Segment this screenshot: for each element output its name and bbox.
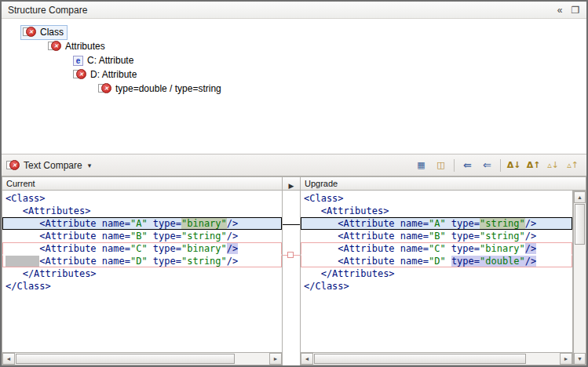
left-code[interactable]: <Class> <Attributes> <Attribute name="A"…	[2, 191, 283, 352]
conflict-icon	[23, 27, 36, 38]
code-line[interactable]: <Attribute name="D" type="string"/>	[2, 255, 282, 267]
code-segment: />	[227, 256, 238, 267]
scroll-left-arrow-icon[interactable]: ◄	[2, 353, 15, 365]
code-segment: type=	[148, 231, 181, 242]
tree-item-content[interactable]: C: Attribute	[71, 53, 137, 68]
vscroll-track[interactable]	[574, 203, 586, 353]
left-hscroll-track[interactable]	[15, 353, 269, 365]
code-line[interactable]: <Attribute name="C" type="binary"/>	[301, 242, 572, 255]
conflict-icon	[98, 83, 111, 94]
code-segment: "A"	[130, 218, 148, 229]
scroll-right-arrow-icon[interactable]: ►	[269, 353, 282, 365]
code-line[interactable]: <Attribute name="B" type="string"/>	[301, 230, 572, 242]
code-line[interactable]: </Attributes>	[2, 267, 282, 280]
code-segment: "string"	[181, 256, 227, 267]
code-segment: />	[525, 256, 536, 267]
code-line[interactable]: <Attributes>	[2, 205, 282, 217]
code-line[interactable]: <Attribute name="B" type="string"/>	[2, 230, 282, 242]
code-segment	[446, 256, 451, 267]
code-segment: type=	[148, 243, 181, 254]
code-line[interactable]: <Attributes>	[301, 205, 572, 217]
code-line[interactable]: </Class>	[2, 280, 282, 293]
left-horizontal-scrollbar[interactable]: ◄ ►	[2, 352, 283, 365]
tree-item-label: Attributes	[65, 41, 105, 52]
left-hscroll-thumb[interactable]	[16, 354, 235, 364]
structure-tree: ClassAttributesC: AttributeD: Attributet…	[2, 19, 586, 154]
code-segment: <Attribute name=	[39, 256, 130, 267]
code-line[interactable]: <Attribute name="D" type="double"/>	[301, 255, 572, 267]
code-segment: "double"	[480, 256, 525, 267]
structure-compare-header: Structure Compare « ❐	[2, 2, 586, 19]
show-ancestor-pane-button[interactable]: ▦	[412, 157, 430, 173]
right-vertical-scrollbar[interactable]: ▲ ▼	[573, 191, 586, 365]
code-segment: "string"	[480, 218, 525, 229]
next-change-button[interactable]: ▵↓	[544, 157, 562, 173]
right-pane-header: Upgrade	[300, 176, 586, 191]
next-difference-button[interactable]: Δ↓	[505, 157, 523, 173]
code-line[interactable]: <Class>	[301, 192, 572, 205]
code-segment: type=	[148, 218, 181, 229]
tree-item-label: type=double / type=string	[115, 83, 221, 94]
code-segment: />	[227, 231, 238, 242]
tree-item-content[interactable]: Class	[20, 25, 68, 40]
tree-item: C: Attribute	[2, 53, 586, 67]
code-segment: </Attributes>	[5, 268, 97, 279]
code-segment	[5, 256, 39, 267]
conflict-icon	[73, 69, 86, 80]
code-segment: type=	[446, 218, 480, 229]
code-segment: />	[525, 218, 536, 229]
code-segment: <Attributes>	[304, 205, 389, 216]
code-segment: </Class>	[304, 281, 349, 292]
code-segment: "C"	[130, 243, 148, 254]
left-pane-header: Current	[2, 176, 283, 191]
code-segment: "binary"	[181, 218, 227, 229]
code-segment: type=	[446, 231, 480, 242]
vscroll-thumb[interactable]	[575, 204, 585, 245]
code-segment: "binary"	[181, 243, 227, 254]
code-line[interactable]: <Attribute name="A" type="binary"/>	[2, 217, 282, 230]
text-compare-toolbar: ▦◫⇚⇐Δ↓Δ↑▵↓▵↑	[412, 157, 582, 173]
right-code[interactable]: <Class> <Attributes> <Attribute name="A"…	[300, 191, 573, 352]
compare-panes: Current <Class> <Attributes> <Attribute …	[2, 176, 586, 365]
previous-change-button[interactable]: ▵↑	[564, 157, 582, 173]
code-segment: type=	[451, 256, 480, 267]
diff-gutter: ▶	[283, 176, 300, 365]
text-compare-header: Text Compare ▾ ▦◫⇚⇐Δ↓Δ↑▵↓▵↑	[2, 154, 586, 176]
code-line[interactable]: <Attribute name="A" type="string"/>	[301, 217, 572, 230]
tree-item-content[interactable]: type=double / type=string	[96, 82, 225, 96]
copy-all-right-to-left-button[interactable]: ⇚	[458, 157, 477, 173]
conflict-diff-handle[interactable]	[287, 252, 294, 258]
minimize-icon[interactable]: «	[552, 3, 568, 17]
scroll-up-arrow-icon[interactable]: ▲	[574, 191, 586, 203]
code-segment: "D"	[130, 256, 148, 267]
tree-item: Class	[2, 25, 586, 39]
code-line[interactable]: <Class>	[2, 192, 282, 205]
tree-item-content[interactable]: Attributes	[46, 39, 109, 54]
code-line[interactable]: </Attributes>	[301, 267, 572, 280]
tree-item-content[interactable]: D: Attribute	[71, 67, 141, 82]
scroll-right-arrow-icon[interactable]: ►	[560, 353, 572, 365]
right-hscroll-thumb[interactable]	[314, 354, 526, 364]
swap-left-and-right-button[interactable]: ◫	[432, 157, 450, 173]
right-horizontal-scrollbar[interactable]: ◄ ►	[300, 352, 573, 365]
code-segment: "binary"	[480, 243, 525, 254]
code-segment: <Attribute name=	[304, 218, 429, 229]
code-line[interactable]: <Attribute name="C" type="binary"/>	[2, 242, 282, 255]
structure-compare-title: Structure Compare	[8, 5, 552, 16]
right-hscroll-track[interactable]	[313, 353, 560, 365]
maximize-icon[interactable]: ❐	[568, 3, 583, 17]
code-segment: />	[525, 243, 536, 254]
scroll-down-arrow-icon[interactable]: ▼	[574, 353, 586, 365]
code-segment: "string"	[181, 231, 227, 242]
code-line[interactable]: </Class>	[301, 280, 572, 293]
previous-difference-button[interactable]: Δ↑	[524, 157, 542, 173]
code-segment: <Attribute name=	[5, 231, 130, 242]
copy-current-right-to-left-button[interactable]: ⇐	[478, 157, 496, 173]
text-compare-menu-caret-icon[interactable]: ▾	[86, 162, 93, 169]
code-segment: />	[227, 218, 238, 229]
right-pane: Upgrade <Class> <Attributes> <Attribute …	[300, 176, 586, 365]
conflict-icon	[6, 160, 20, 171]
tree-item-label: C: Attribute	[87, 55, 133, 66]
left-pane-title: Current	[6, 179, 35, 188]
scroll-left-arrow-icon[interactable]: ◄	[301, 353, 313, 365]
